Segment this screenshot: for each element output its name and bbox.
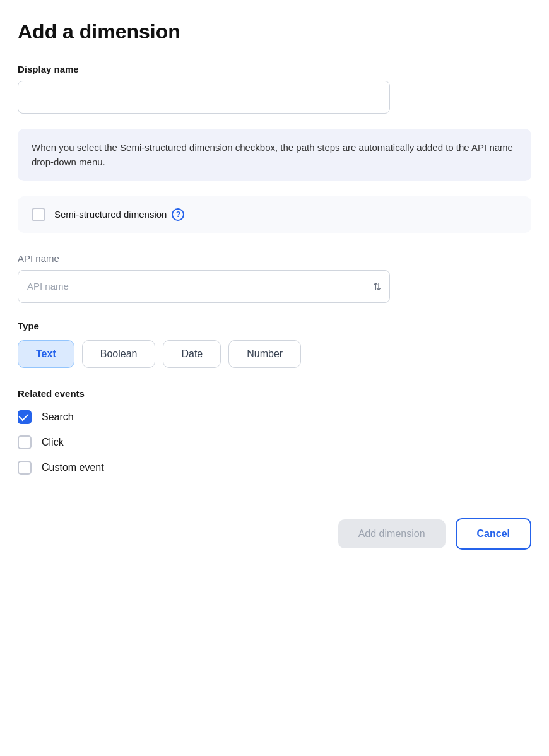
- event-click-label: Click: [42, 437, 64, 448]
- page-title: Add a dimension: [18, 20, 531, 44]
- type-buttons-group: Text Boolean Date Number: [18, 340, 531, 368]
- add-dimension-button[interactable]: Add dimension: [338, 519, 446, 548]
- api-name-label: API name: [18, 253, 531, 264]
- type-btn-text[interactable]: Text: [18, 340, 74, 368]
- cancel-button[interactable]: Cancel: [456, 518, 531, 550]
- display-name-section: Display name: [18, 64, 531, 114]
- event-click-checkbox[interactable]: [18, 435, 32, 449]
- display-name-label: Display name: [18, 64, 531, 74]
- event-custom-label: Custom event: [42, 462, 104, 473]
- type-section: Type Text Boolean Date Number: [18, 321, 531, 368]
- api-name-section: API name API name ⇅: [18, 253, 531, 303]
- type-btn-boolean[interactable]: Boolean: [82, 340, 156, 368]
- event-search-label: Search: [42, 411, 74, 423]
- api-name-select-wrapper: API name ⇅: [18, 270, 390, 303]
- event-search-checkbox[interactable]: [18, 410, 32, 424]
- type-label: Type: [18, 321, 531, 331]
- related-events-label: Related events: [18, 388, 531, 399]
- api-name-select[interactable]: API name: [18, 270, 390, 303]
- info-box: When you select the Semi-structured dime…: [18, 129, 531, 181]
- semi-structured-label: Semi-structured dimension ?: [54, 208, 184, 221]
- event-custom-checkbox[interactable]: [18, 461, 32, 475]
- event-item-search: Search: [18, 410, 531, 424]
- info-box-text: When you select the Semi-structured dime…: [32, 142, 513, 167]
- event-item-click: Click: [18, 435, 531, 449]
- semi-structured-help-icon[interactable]: ?: [172, 208, 184, 221]
- event-item-custom: Custom event: [18, 461, 531, 475]
- footer-actions: Add dimension Cancel: [18, 518, 531, 550]
- footer-divider: [18, 500, 531, 500]
- type-btn-number[interactable]: Number: [228, 340, 301, 368]
- semi-structured-row: Semi-structured dimension ?: [18, 196, 531, 233]
- semi-structured-checkbox[interactable]: [32, 208, 45, 221]
- display-name-input[interactable]: [18, 81, 390, 114]
- type-btn-date[interactable]: Date: [163, 340, 221, 368]
- related-events-section: Related events Search Click Custom event: [18, 388, 531, 475]
